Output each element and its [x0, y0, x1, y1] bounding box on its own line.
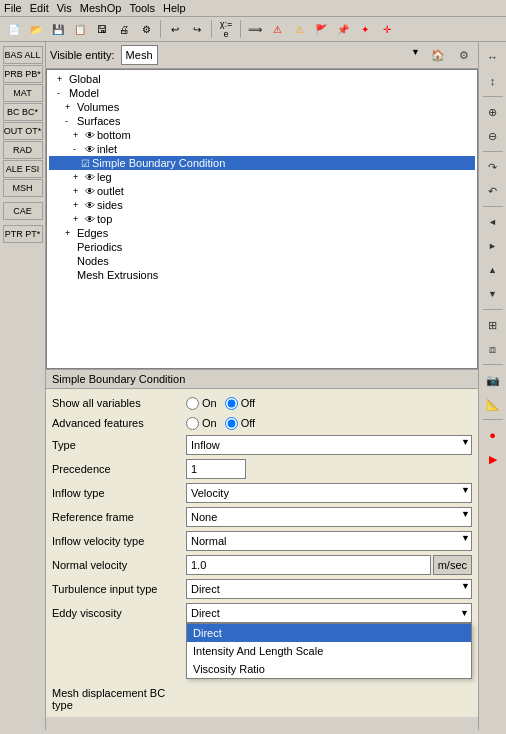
sidebar-cae[interactable]: CAE [3, 202, 43, 220]
sidebar-ptr[interactable]: PTR PT* [3, 225, 43, 243]
tb-new[interactable]: 📄 [4, 19, 24, 39]
radio-on-advanced[interactable]: On [186, 417, 217, 430]
toolbar-sep2 [211, 20, 212, 38]
select-turbulence-input-type[interactable]: Direct Intensity And Length Scale Viscos… [186, 579, 472, 599]
eye-icon-sides: 👁 [85, 200, 95, 211]
tree-label-inlet: inlet [97, 143, 117, 155]
rtb-down[interactable]: ▼ [482, 283, 504, 305]
tb-icon4[interactable]: 📋 [70, 19, 90, 39]
rtb-fit-v[interactable]: ↕ [482, 70, 504, 92]
radio-input-on-show-all[interactable] [186, 397, 199, 410]
tb-flag[interactable]: 🚩 [311, 19, 331, 39]
tree-item-top[interactable]: + 👁 top [49, 212, 475, 226]
tree-item-nodes[interactable]: Nodes [49, 254, 475, 268]
radio-on-show-all[interactable]: On [186, 397, 217, 410]
tb-arrow[interactable]: ⟹ [245, 19, 265, 39]
tree-item-edges[interactable]: + Edges [49, 226, 475, 240]
rtb-right[interactable]: ► [482, 235, 504, 257]
menu-tools[interactable]: Tools [129, 2, 155, 14]
label-eddy-viscosity: Eddy viscosity [52, 607, 182, 619]
sidebar-prb[interactable]: PRB PB* [3, 65, 43, 83]
radio-input-on-advanced[interactable] [186, 417, 199, 430]
rtb-zoom-out[interactable]: ⊖ [482, 125, 504, 147]
tb-formula[interactable]: χ:= e [216, 19, 236, 39]
settings-button[interactable]: ⚙ [454, 45, 474, 65]
tree-panel[interactable]: + Global - Model + Volumes - Surfaces + [46, 69, 478, 369]
radio-input-off-advanced[interactable] [225, 417, 238, 430]
sidebar-msh[interactable]: MSH [3, 179, 43, 197]
tree-item-simple-bc[interactable]: ☑ Simple Boundary Condition [49, 156, 475, 170]
radio-advanced: On Off [186, 417, 255, 430]
sidebar-bas-all[interactable]: BAS ALL [3, 46, 43, 64]
dropdown-item-intensity-length[interactable]: Intensity And Length Scale [187, 642, 471, 660]
prop-inflow-type: Inflow type Velocity Mass flow [50, 481, 474, 505]
value-eddy-viscosity: Direct ▼ Direct Intensity And Length Sca… [186, 603, 472, 623]
rtb-fit[interactable]: ↔ [482, 46, 504, 68]
radio-off-show-all[interactable]: Off [225, 397, 255, 410]
tree-label-model: Model [69, 87, 99, 99]
rtb-up[interactable]: ▲ [482, 259, 504, 281]
tb-icon16[interactable]: ✛ [377, 19, 397, 39]
eddy-viscosity-field[interactable]: Direct ▼ [186, 603, 472, 623]
tree-item-global[interactable]: + Global [49, 72, 475, 86]
menu-edit[interactable]: Edit [30, 2, 49, 14]
rtb-left[interactable]: ◄ [482, 211, 504, 233]
select-inflow-velocity-type[interactable]: Normal Components [186, 531, 472, 551]
tb-warn[interactable]: ⚠ [267, 19, 287, 39]
home-button[interactable]: 🏠 [428, 45, 448, 65]
radio-input-off-show-all[interactable] [225, 397, 238, 410]
sidebar-out[interactable]: OUT OT* [3, 122, 43, 140]
tree-item-inlet[interactable]: - 👁 inlet [49, 142, 475, 156]
dropdown-item-direct[interactable]: Direct [187, 624, 471, 642]
tree-item-periodics[interactable]: Periodics [49, 240, 475, 254]
value-reference-frame: None Absolute [186, 507, 472, 527]
label-precedence: Precedence [52, 463, 182, 475]
tree-item-surfaces[interactable]: - Surfaces [49, 114, 475, 128]
entity-select[interactable]: Mesh [121, 45, 158, 65]
radio-off-advanced[interactable]: Off [225, 417, 255, 430]
prop-turbulence-input-type: Turbulence input type Direct Intensity A… [50, 577, 474, 601]
menu-meshop[interactable]: MeshOp [80, 2, 122, 14]
tree-item-sides[interactable]: + 👁 sides [49, 198, 475, 212]
tree-item-volumes[interactable]: + Volumes [49, 100, 475, 114]
sidebar-ale[interactable]: ALE FSI [3, 160, 43, 178]
tb-icon7[interactable]: ⚙ [136, 19, 156, 39]
select-inflow-type[interactable]: Velocity Mass flow [186, 483, 472, 503]
tb-icon14[interactable]: 📌 [333, 19, 353, 39]
tb-undo[interactable]: ↩ [165, 19, 185, 39]
tb-warn2[interactable]: ⚠ [289, 19, 309, 39]
tb-save[interactable]: 💾 [48, 19, 68, 39]
rtb-rotate-ccw[interactable]: ↶ [482, 180, 504, 202]
tb-redo[interactable]: ↪ [187, 19, 207, 39]
input-normal-velocity[interactable] [186, 555, 431, 575]
tree-item-model[interactable]: - Model [49, 86, 475, 100]
menu-file[interactable]: File [4, 2, 22, 14]
label-advanced-features: Advanced features [52, 417, 182, 429]
menu-vis[interactable]: Vis [57, 2, 72, 14]
tb-icon5[interactable]: 🖫 [92, 19, 112, 39]
tb-icon15[interactable]: ✦ [355, 19, 375, 39]
sidebar-rad[interactable]: RAD [3, 141, 43, 159]
rtb-rotate-cw[interactable]: ↷ [482, 156, 504, 178]
tree-item-bottom[interactable]: + 👁 bottom [49, 128, 475, 142]
rtb-center[interactable]: ⊞ [482, 314, 504, 336]
rtb-play[interactable]: ▶ [482, 448, 504, 470]
input-precedence[interactable] [186, 459, 246, 479]
rtb-measure[interactable]: 📐 [482, 393, 504, 415]
rtb-zoom-in[interactable]: ⊕ [482, 101, 504, 123]
select-type[interactable]: Inflow Outflow [186, 435, 472, 455]
tree-item-outlet[interactable]: + 👁 outlet [49, 184, 475, 198]
tree-item-mesh-extrusions[interactable]: Mesh Extrusions [49, 268, 475, 282]
sidebar-mat[interactable]: MAT [3, 84, 43, 102]
rtb-split[interactable]: ⧈ [482, 338, 504, 360]
tb-print[interactable]: 🖨 [114, 19, 134, 39]
menu-help[interactable]: Help [163, 2, 186, 14]
sidebar-bc[interactable]: BC BC* [3, 103, 43, 121]
select-reference-frame[interactable]: None Absolute [186, 507, 472, 527]
prop-show-all-variables: Show all variables On Off [50, 393, 474, 413]
tree-item-leg[interactable]: + 👁 leg [49, 170, 475, 184]
tb-open[interactable]: 📂 [26, 19, 46, 39]
rtb-record[interactable]: ● [482, 424, 504, 446]
rtb-camera[interactable]: 📷 [482, 369, 504, 391]
dropdown-item-viscosity-ratio[interactable]: Viscosity Ratio [187, 660, 471, 678]
